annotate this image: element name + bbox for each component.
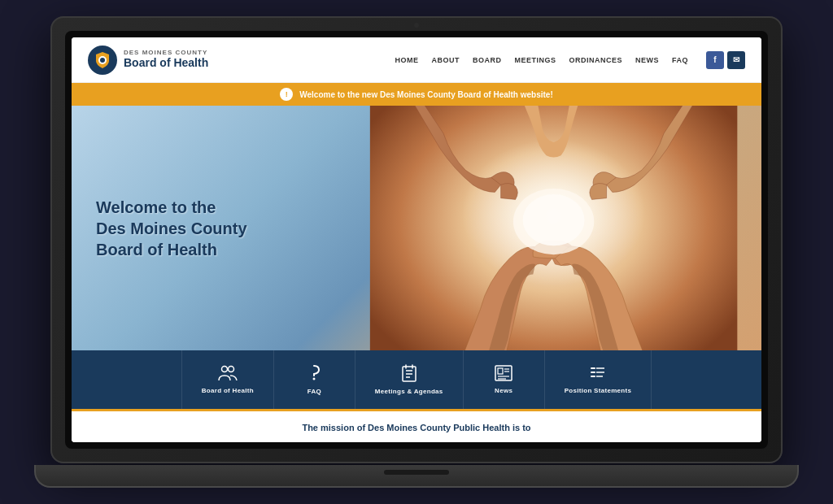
svg-rect-15	[498, 368, 503, 374]
nav-faq[interactable]: FAQ	[670, 53, 690, 67]
position-statements-icon	[590, 365, 606, 384]
screen-bezel: DES MOINES COUNTY Board of Health HOME A…	[65, 31, 768, 449]
banner-text: Welcome to the new Des Moines County Boa…	[299, 90, 553, 99]
facebook-button[interactable]: f	[706, 51, 724, 69]
email-button[interactable]: ✉	[727, 51, 745, 69]
nav-home[interactable]: HOME	[393, 53, 420, 67]
quick-link-position-statements[interactable]: Position Statements	[545, 350, 652, 409]
nav-news[interactable]: NEWS	[634, 53, 661, 67]
svg-point-6	[522, 194, 584, 245]
logo-area[interactable]: DES MOINES COUNTY Board of Health	[88, 46, 208, 75]
svg-point-9	[313, 378, 316, 380]
hands-svg	[329, 106, 761, 350]
svg-point-8	[228, 367, 233, 372]
news-icon	[495, 365, 512, 384]
quick-link-faq[interactable]: FAQ	[274, 350, 355, 409]
hero-heading: Welcome to the Des Moines County Board o…	[96, 197, 247, 260]
hero-section: Welcome to the Des Moines County Board o…	[72, 106, 761, 350]
quick-link-board-of-health[interactable]: Board of Health	[181, 350, 274, 409]
quick-link-board-of-health-label: Board of Health	[202, 387, 254, 394]
hero-text: Welcome to the Des Moines County Board o…	[72, 180, 272, 276]
logo-shield-icon	[88, 46, 117, 75]
banner-alert-icon: !	[280, 88, 293, 101]
quick-link-faq-label: FAQ	[307, 388, 321, 395]
nav-board[interactable]: BOARD	[471, 53, 504, 67]
nav-about[interactable]: ABOUT	[430, 53, 461, 67]
mission-text: The mission of Des Moines County Public …	[302, 423, 530, 432]
meetings-agendas-icon	[402, 364, 416, 385]
logo-svg	[91, 49, 114, 72]
quick-link-news[interactable]: News	[464, 350, 545, 409]
quick-links-bar: Board of Health FAQ	[72, 350, 761, 409]
webcam	[414, 23, 419, 28]
laptop-base	[34, 465, 799, 488]
site-nav: HOME ABOUT BOARD MEETINGS ORDINANCES NEW…	[393, 51, 745, 69]
hero-image	[313, 106, 761, 350]
website: DES MOINES COUNTY Board of Health HOME A…	[72, 37, 761, 442]
faq-icon	[306, 364, 322, 385]
svg-point-2	[100, 58, 105, 63]
announcement-banner: ! Welcome to the new Des Moines County B…	[72, 83, 761, 106]
logo-title: Board of Health	[124, 57, 208, 69]
svg-point-7	[221, 367, 227, 372]
quick-link-position-statements-label: Position Statements	[565, 387, 632, 394]
board-of-health-icon	[218, 365, 238, 384]
mission-bar: The mission of Des Moines County Public …	[72, 409, 761, 442]
quick-link-meetings-agendas[interactable]: Meetings & Agendas	[355, 350, 464, 409]
quick-link-meetings-agendas-label: Meetings & Agendas	[375, 388, 443, 395]
laptop-body: DES MOINES COUNTY Board of Health HOME A…	[50, 16, 783, 463]
laptop-screen: DES MOINES COUNTY Board of Health HOME A…	[72, 37, 761, 442]
nav-ordinances[interactable]: ORDINANCES	[567, 53, 624, 67]
social-links: f ✉	[706, 51, 745, 69]
site-header: DES MOINES COUNTY Board of Health HOME A…	[72, 37, 761, 83]
nav-meetings[interactable]: MEETINGS	[512, 53, 557, 67]
quick-link-news-label: News	[495, 387, 512, 394]
laptop: DES MOINES COUNTY Board of Health HOME A…	[50, 16, 783, 488]
logo-text-block: DES MOINES COUNTY Board of Health	[124, 50, 208, 69]
